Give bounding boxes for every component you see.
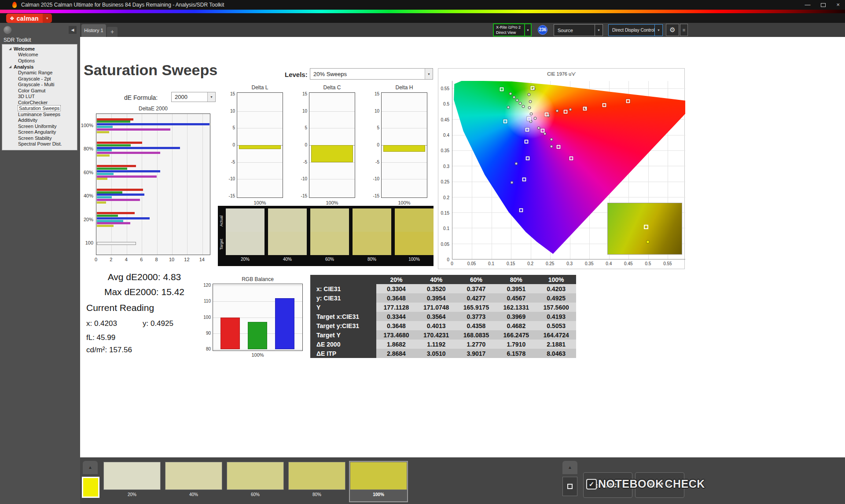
title-bar: Calman 2025 Calman Ultimate for Business… bbox=[0, 0, 845, 10]
sidebar-item-screen-uniformity[interactable]: Screen Uniformity bbox=[2, 124, 77, 130]
swatch-panel: Actual Target 20%40%60%80%100% bbox=[218, 206, 434, 266]
table-cell: 0.4682 bbox=[496, 321, 536, 330]
expander-icon[interactable] bbox=[9, 47, 11, 50]
sidebar-item-dynamic-range[interactable]: Dynamic Range bbox=[2, 70, 77, 76]
sidebar-item-colorchecker[interactable]: ColorChecker bbox=[2, 100, 77, 106]
sidebar-item-options[interactable]: Options bbox=[2, 58, 77, 64]
de-formula-select[interactable]: 2000 ▼ bbox=[171, 92, 216, 102]
target-row-label: Target bbox=[219, 232, 224, 256]
bar-blue bbox=[97, 217, 150, 219]
table-row-label: Target x:CIE31 bbox=[310, 312, 376, 321]
x-tick-label: 14 bbox=[198, 257, 206, 262]
tree-group-analysis[interactable]: Analysis bbox=[2, 64, 77, 70]
cie-ylabels: 00.050.10.150.20.250.30.350.40.450.50.55 bbox=[438, 81, 451, 259]
source-selector[interactable]: Source ▼ bbox=[554, 24, 603, 36]
table-cell: 2.8684 bbox=[376, 349, 416, 358]
level-patch-40[interactable]: 40% bbox=[165, 462, 222, 501]
levels-dropdown-arrow-icon[interactable]: ▼ bbox=[425, 69, 433, 79]
display-control-selector[interactable]: Direct Display Control ▼ bbox=[608, 24, 663, 36]
sidebar-item-screen-stability[interactable]: Screen Stability bbox=[2, 135, 77, 142]
de-formula-dropdown-arrow-icon[interactable]: ▼ bbox=[207, 92, 215, 102]
y-tick-label: 100 bbox=[199, 315, 211, 320]
sidebar-item-3d-lut[interactable]: 3D LUT bbox=[2, 94, 77, 100]
gridline bbox=[237, 162, 283, 163]
bar-cyan bbox=[97, 126, 113, 128]
reading-count-badge[interactable]: 236 bbox=[538, 25, 547, 35]
bar-yellow bbox=[97, 225, 114, 227]
calman-logo-text: calman bbox=[17, 15, 39, 22]
meter-dropdown-arrow-icon[interactable]: ▼ bbox=[524, 24, 531, 36]
table-header-cell: 40% bbox=[416, 275, 456, 284]
next-button[interactable]: Next » bbox=[635, 472, 684, 498]
measurement-point bbox=[507, 106, 510, 109]
settings-gear-button[interactable]: ⚙ bbox=[666, 24, 679, 36]
bar-red bbox=[97, 142, 142, 144]
logo-dropdown-arrow-icon[interactable]: ▼ bbox=[43, 14, 52, 23]
sidebar-item-color-gamut[interactable]: Color Gamut bbox=[2, 88, 77, 94]
sidebar-item-screen-angularity[interactable]: Screen Angularity bbox=[2, 129, 77, 135]
y-tick-label: 0.4 bbox=[438, 133, 449, 138]
sidebar-item-grayscale-2pt[interactable]: Grayscale - 2pt bbox=[2, 76, 77, 82]
add-tab-button[interactable]: + bbox=[107, 27, 118, 37]
y-tick-label: 0.3 bbox=[438, 164, 449, 169]
page-title: Saturation Sweeps bbox=[84, 62, 217, 79]
sidebar-item-welcome[interactable]: Welcome bbox=[2, 52, 77, 58]
sidebar-item-label: Welcome bbox=[18, 52, 38, 57]
y-tick-label: 100% bbox=[81, 123, 93, 128]
close-button[interactable]: × bbox=[836, 0, 840, 10]
tree-group-welcome[interactable]: Welcome bbox=[2, 46, 77, 52]
sidebar-item-luminance-sweeps[interactable]: Luminance Sweeps bbox=[2, 112, 77, 118]
delta-bar bbox=[311, 145, 353, 162]
table-row: y: CIE310.36480.39540.42770.45670.4925 bbox=[310, 293, 576, 303]
sidebar-item-label: ColorChecker bbox=[18, 100, 48, 105]
gridline bbox=[202, 114, 203, 255]
minimize-button[interactable]: — bbox=[805, 0, 810, 10]
measurement-point bbox=[518, 102, 522, 105]
sidebar-item-grayscale-multi[interactable]: Grayscale - Multi bbox=[2, 82, 77, 88]
measurement-point bbox=[550, 145, 553, 148]
deltae-chart-title: DeltaE 2000 bbox=[96, 106, 210, 112]
target-point bbox=[602, 103, 606, 107]
table-cell: 177.1128 bbox=[376, 303, 416, 312]
swatch-40 bbox=[268, 208, 307, 255]
y-tick-label: 15 bbox=[370, 91, 379, 96]
sidebar-item-saturation-sweeps[interactable]: Saturation Sweeps bbox=[2, 106, 77, 112]
bar-blue bbox=[97, 123, 209, 125]
sidebar-collapse-button[interactable]: ◀ bbox=[69, 26, 77, 34]
level-patch-100[interactable]: 100% bbox=[350, 462, 407, 501]
bar-cyan bbox=[97, 220, 123, 222]
meter-selector[interactable]: X-Rite i1Pro 2 Direct View ▼ bbox=[493, 23, 532, 37]
mini-swatch-color bbox=[83, 478, 98, 497]
level-patch-60[interactable]: 60% bbox=[227, 462, 284, 501]
calman-logo-menu[interactable]: ❖ calman ▼ bbox=[6, 14, 52, 23]
tab-history-1[interactable]: History 1 bbox=[81, 24, 106, 37]
table-header-cell bbox=[310, 275, 376, 284]
y-tick-label: 0.35 bbox=[438, 148, 449, 153]
y-tick-label: 0.25 bbox=[438, 179, 449, 184]
maximize-button[interactable] bbox=[821, 3, 826, 7]
sidebar-item-spectral-power-dist[interactable]: Spectral Power Dist. bbox=[2, 141, 77, 147]
table-row: x: CIE310.33040.35200.37470.39510.4203 bbox=[310, 284, 576, 293]
swatch-100 bbox=[395, 208, 434, 255]
gridline bbox=[213, 349, 302, 350]
measurement-point bbox=[537, 126, 540, 129]
sidebar-item-additivity[interactable]: Additivity bbox=[2, 117, 77, 124]
display-control-dropdown-arrow-icon[interactable]: ▼ bbox=[654, 25, 662, 36]
level-patch-label: 100% bbox=[350, 490, 407, 500]
bar-blue bbox=[97, 194, 144, 196]
level-patch-label: 20% bbox=[103, 490, 161, 500]
current-reading-y: y: 0.4925 bbox=[143, 319, 173, 328]
mini-swatch[interactable] bbox=[82, 477, 99, 498]
menu-button[interactable]: ≡ bbox=[680, 24, 688, 36]
table-cell: 0.3773 bbox=[456, 312, 496, 321]
level-patch-80[interactable]: 80% bbox=[288, 462, 345, 501]
source-dropdown-arrow-icon[interactable]: ▼ bbox=[595, 25, 603, 36]
back-button[interactable]: « Back bbox=[583, 472, 632, 498]
palette-collapse-left-button[interactable]: ▲ bbox=[83, 461, 98, 474]
expander-icon[interactable] bbox=[9, 66, 11, 68]
stop-button[interactable] bbox=[562, 477, 577, 496]
workflow-home-button[interactable] bbox=[4, 26, 11, 34]
levels-select[interactable]: 20% Sweeps ▼ bbox=[310, 68, 433, 80]
palette-collapse-right-button[interactable]: ▲ bbox=[562, 461, 577, 474]
level-patch-20[interactable]: 20% bbox=[103, 462, 161, 501]
